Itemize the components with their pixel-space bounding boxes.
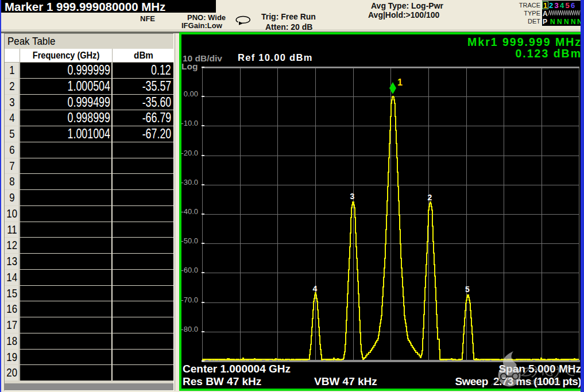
svg-text:3: 3	[350, 192, 355, 201]
svg-text:0.00: 0.00	[184, 90, 198, 98]
svg-text:2: 2	[428, 193, 432, 202]
svg-text:-70.0: -70.0	[181, 296, 198, 304]
svg-text:-60.0: -60.0	[181, 266, 198, 274]
svg-text:www.elecfans.com: www.elecfans.com	[503, 378, 560, 386]
svg-text:-50.0: -50.0	[181, 236, 198, 245]
svg-text:-80.0: -80.0	[181, 325, 198, 333]
svg-text:4: 4	[313, 284, 318, 293]
svg-text:-10.0: -10.0	[181, 119, 198, 127]
svg-text:-40.0: -40.0	[181, 207, 198, 216]
svg-text:5: 5	[465, 285, 470, 294]
svg-text:-30.0: -30.0	[181, 178, 198, 187]
svg-text:-20.0: -20.0	[181, 149, 198, 157]
svg-text:1: 1	[397, 77, 403, 87]
